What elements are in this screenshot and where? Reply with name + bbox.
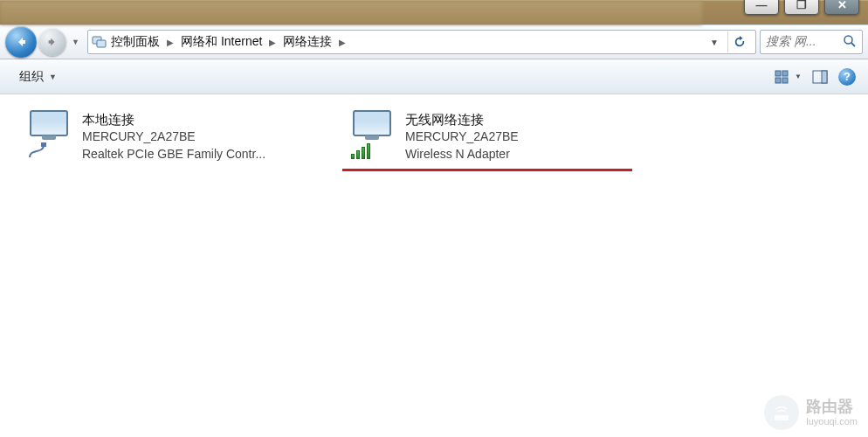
taskbar-blur (0, 1, 702, 24)
chevron-down-icon: ▼ (795, 73, 802, 80)
connection-adapter: Realtek PCIe GBE Family Contr... (82, 146, 265, 163)
connection-adapter: Wireless N Adapter (405, 146, 519, 163)
chevron-right-icon[interactable]: ▶ (165, 38, 176, 47)
toolbar-right: ▼ ? (775, 68, 856, 86)
connection-text: 本地连接 MERCURY_2A27BE Realtek PCIe GBE Fam… (82, 110, 265, 163)
connection-item-lan[interactable]: 本地连接 MERCURY_2A27BE Realtek PCIe GBE Fam… (24, 110, 304, 163)
refresh-icon (734, 36, 746, 48)
watermark-en: luyouqi.com (806, 416, 858, 427)
connection-text: 无线网络连接 MERCURY_2A27BE Wireless N Adapter (405, 110, 519, 163)
connection-network: MERCURY_2A27BE (405, 128, 519, 146)
refresh-button[interactable] (727, 31, 750, 52)
organize-label: 组织 (19, 69, 44, 85)
breadcrumb-item-1[interactable]: 网络和 Internet (181, 34, 262, 50)
svg-rect-6 (775, 78, 781, 83)
preview-pane-button[interactable] (812, 70, 828, 84)
address-bar[interactable]: 控制面板 ▶ 网络和 Internet ▶ 网络连接 ▶ ▼ (87, 30, 756, 54)
svg-point-2 (844, 36, 852, 44)
ethernet-icon (28, 142, 47, 159)
organize-button[interactable]: 组织 ▼ (12, 66, 64, 87)
address-bar-right: ▼ (706, 31, 752, 52)
taskbar: — ❐ ✕ (0, 0, 868, 24)
breadcrumbs: 控制面板 ▶ 网络和 Internet ▶ 网络连接 ▶ (111, 34, 348, 50)
minimize-button[interactable]: — (744, 0, 779, 15)
svg-rect-10 (41, 142, 46, 147)
svg-rect-4 (775, 71, 781, 76)
connection-icon (24, 110, 73, 163)
help-button[interactable]: ? (838, 68, 856, 86)
connection-item-wifi[interactable]: 无线网络连接 MERCURY_2A27BE Wireless N Adapter (348, 110, 627, 163)
preview-pane-icon (812, 70, 828, 84)
view-icon (775, 70, 792, 84)
navigation-bar: ▼ 控制面板 ▶ 网络和 Internet ▶ 网络连接 ▶ ▼ 搜索 网... (0, 24, 868, 59)
svg-rect-1 (97, 40, 106, 47)
forward-button[interactable] (38, 28, 66, 56)
address-dropdown-icon[interactable]: ▼ (706, 36, 722, 49)
arrow-left-icon (14, 35, 28, 49)
connection-title: 本地连接 (82, 110, 265, 128)
connection-icon (348, 110, 396, 163)
highlight-underline (342, 169, 632, 171)
chevron-down-icon: ▼ (49, 73, 57, 81)
breadcrumb-item-2[interactable]: 网络连接 (283, 34, 332, 50)
nav-history-dropdown[interactable]: ▼ (72, 38, 84, 46)
watermark: 路由器 luyouqi.com (764, 395, 858, 430)
chevron-right-icon[interactable]: ▶ (267, 38, 278, 47)
svg-rect-9 (822, 71, 827, 83)
content-area: 本地连接 MERCURY_2A27BE Realtek PCIe GBE Fam… (0, 94, 868, 178)
search-icon[interactable] (843, 34, 857, 51)
connection-network: MERCURY_2A27BE (82, 128, 265, 146)
svg-line-3 (851, 43, 855, 46)
connection-title: 无线网络连接 (405, 110, 519, 128)
chevron-right-icon[interactable]: ▶ (337, 38, 348, 47)
back-button[interactable] (5, 26, 37, 58)
maximize-button[interactable]: ❐ (784, 0, 819, 15)
svg-rect-7 (782, 78, 788, 83)
monitor-icon (30, 110, 68, 136)
window-controls: — ❐ ✕ (744, 0, 859, 15)
watermark-cn: 路由器 (806, 399, 858, 416)
search-placeholder: 搜索 网... (766, 34, 816, 50)
monitor-icon (353, 110, 391, 136)
toolbar: 组织 ▼ ▼ ? (0, 59, 868, 94)
breadcrumb-item-0[interactable]: 控制面板 (111, 34, 160, 50)
watermark-text: 路由器 luyouqi.com (806, 399, 858, 427)
wifi-signal-icon (351, 142, 370, 159)
search-input[interactable]: 搜索 网... (760, 30, 863, 54)
router-icon (764, 395, 799, 430)
view-button[interactable]: ▼ (775, 70, 802, 84)
svg-rect-5 (782, 71, 788, 76)
network-location-icon (92, 35, 107, 49)
close-button[interactable]: ✕ (824, 0, 859, 15)
arrow-right-icon (46, 36, 59, 48)
